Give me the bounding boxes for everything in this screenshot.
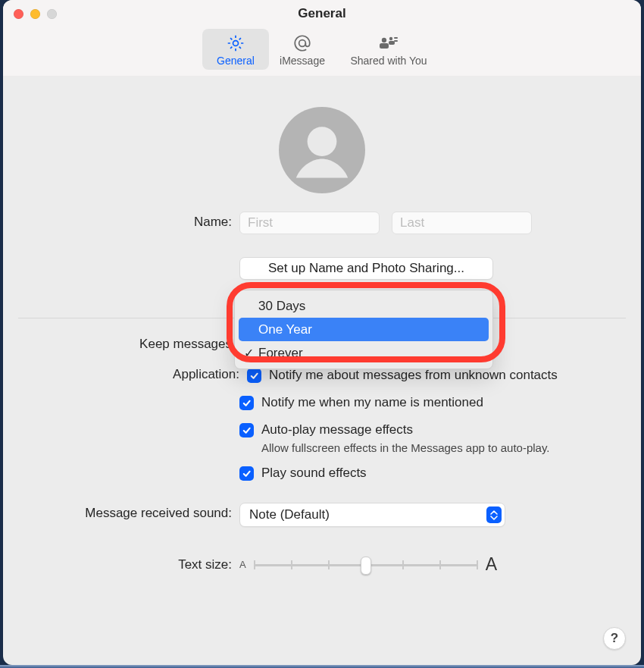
checkbox-label: Notify me about messages from unknown co… (269, 367, 558, 384)
svg-rect-4 (380, 43, 389, 49)
menu-item-30-days[interactable]: 30 Days (239, 294, 489, 318)
tab-label: General (202, 55, 269, 67)
window-title: General (3, 6, 641, 21)
setup-name-photo-button[interactable]: Set up Name and Photo Sharing... (239, 257, 493, 280)
tab-label: Shared with You (336, 55, 442, 67)
menu-item-forever[interactable]: ✓ Forever (239, 341, 489, 365)
svg-point-1 (299, 40, 306, 47)
menu-item-one-year[interactable]: One Year (239, 318, 489, 341)
checkbox-label: Play sound effects (261, 465, 367, 481)
text-size-large-icon: A (486, 554, 497, 575)
last-name-field[interactable] (392, 212, 532, 234)
keep-messages-menu: 30 Days One Year ✓ Forever (234, 290, 493, 369)
svg-point-2 (382, 38, 386, 42)
chevron-up-down-icon (486, 506, 502, 523)
checkbox-notify-unknown[interactable] (247, 368, 261, 383)
tab-imessage[interactable]: iMessage (269, 29, 336, 70)
name-label: Name: (18, 212, 239, 230)
checkbox-sound-effects[interactable] (239, 466, 254, 481)
minimize-button[interactable] (30, 9, 40, 19)
svg-rect-6 (394, 37, 398, 39)
checkbox-notify-mention[interactable] (239, 396, 254, 410)
preferences-toolbar: General iMessage Shared wit (3, 27, 641, 77)
slider-knob[interactable] (361, 557, 371, 575)
application-label: Application: (173, 367, 239, 381)
tab-general[interactable]: General (202, 29, 269, 70)
checkmark-icon: ✓ (244, 346, 254, 360)
svg-rect-7 (394, 40, 398, 42)
checkbox-label: Notify me when my name is mentioned (261, 394, 483, 411)
svg-point-3 (389, 37, 392, 40)
tab-shared-with-you[interactable]: Shared with You (336, 29, 442, 70)
svg-rect-5 (389, 41, 395, 45)
received-sound-label: Message received sound: (18, 503, 239, 521)
keep-messages-label: Keep messages (18, 334, 239, 352)
text-size-small-icon: A (239, 559, 246, 570)
checkbox-autoplay-effects[interactable] (239, 423, 254, 437)
svg-point-0 (233, 41, 239, 46)
at-icon (269, 33, 336, 53)
person-icon (279, 107, 365, 193)
checkbox-description: Allow fullscreen effects in the Messages… (261, 441, 550, 454)
titlebar: General (3, 0, 641, 27)
select-value: Note (Default) (249, 507, 330, 522)
zoom-button-disabled (47, 9, 57, 19)
content: Name: Set up Name and Photo Sharing... 3… (3, 77, 641, 597)
close-button[interactable] (14, 9, 23, 19)
text-size-slider[interactable] (254, 556, 478, 574)
first-name-field[interactable] (239, 212, 380, 234)
window-controls (14, 9, 57, 19)
checkbox-label: Auto-play message effects (261, 422, 550, 438)
dock-edge (0, 665, 644, 668)
preferences-window: General General iMessage (3, 0, 641, 665)
received-sound-select[interactable]: Note (Default) (239, 503, 505, 527)
shared-with-you-icon (336, 33, 442, 53)
svg-point-8 (308, 127, 337, 156)
text-size-label: Text size: (18, 554, 239, 572)
gear-icon (202, 33, 269, 53)
help-button[interactable]: ? (603, 627, 626, 650)
profile-avatar[interactable] (279, 107, 365, 193)
tab-label: iMessage (269, 55, 336, 67)
